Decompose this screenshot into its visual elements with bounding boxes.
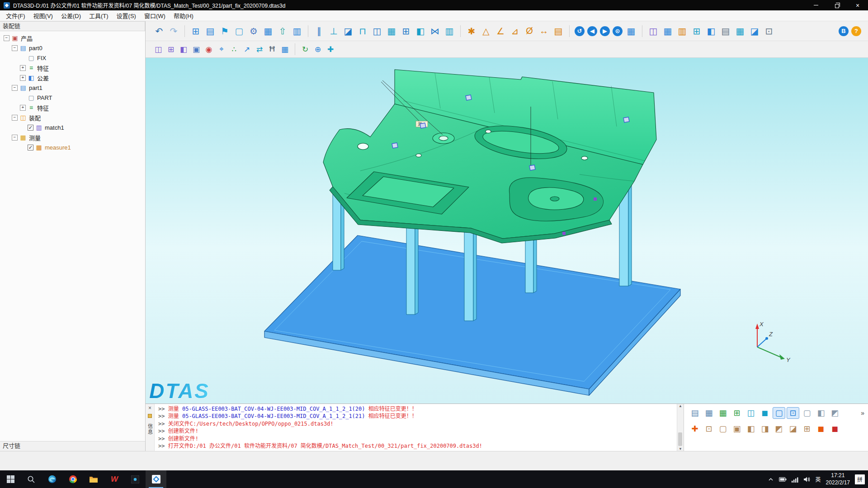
assembly-tree[interactable]: −▣产品−▤part0−▢FIX+≡特征+◧公差−▤part1−▢PART+≡特…	[0, 33, 145, 440]
tree-expander-icon[interactable]: −	[12, 115, 18, 121]
display-mode-icon[interactable]: ▤	[689, 407, 701, 419]
profile-icon[interactable]: ◪	[341, 24, 355, 38]
pan-view-icon[interactable]: ✚	[689, 423, 701, 435]
shaded-cube-icon[interactable]: ◼	[759, 407, 771, 419]
search-button[interactable]	[21, 470, 42, 488]
measure-report-icon[interactable]: ▤	[552, 24, 565, 38]
point-set-icon[interactable]: ∴	[228, 43, 240, 55]
tree-expander-icon[interactable]: −	[12, 85, 18, 91]
axon-view-icon[interactable]: ⊞	[801, 423, 813, 435]
compare-window-icon[interactable]: ◧	[178, 43, 189, 55]
left-view-icon[interactable]: ◧	[745, 423, 757, 435]
report-doc-icon[interactable]: ▤	[719, 24, 732, 38]
tree-item-part0[interactable]: −▤part0	[0, 43, 145, 53]
console-info-tab[interactable]: 信息	[146, 423, 154, 435]
tree-item-measure1[interactable]: −✓▦measure1	[0, 142, 145, 152]
render-mode-icon[interactable]: ▦	[703, 407, 715, 419]
grid-mixed-icon[interactable]: ◫	[745, 407, 757, 419]
taskbar-explorer-app[interactable]	[83, 470, 104, 488]
window-pair-icon[interactable]: ◫	[370, 24, 384, 38]
run-analysis-icon[interactable]: ⊙	[613, 26, 623, 36]
grid-align-icon[interactable]: ▦	[385, 24, 398, 38]
tree-expander-icon[interactable]: −	[12, 45, 18, 51]
tree-item-PART[interactable]: −▢PART	[0, 93, 145, 103]
taskbar-dtas-app[interactable]	[146, 470, 166, 488]
tree-item-产品[interactable]: −▣产品	[0, 33, 145, 43]
language-indicator[interactable]: 英	[816, 475, 821, 483]
snapshot-icon[interactable]: ⊡	[762, 24, 776, 38]
menu-item-设置[interactable]: 设置(S)	[113, 10, 140, 21]
triangle-measure-icon[interactable]: ⊿	[508, 24, 522, 38]
vector-icon[interactable]: ↗	[241, 43, 253, 55]
bottom-view-icon[interactable]: ◪	[787, 423, 799, 435]
volume-icon[interactable]	[803, 476, 811, 483]
scroll-up-icon[interactable]: ▲	[679, 404, 682, 408]
target-point-icon[interactable]: ⌖	[216, 43, 227, 55]
dimension-chain-tab[interactable]: 尺寸链	[0, 441, 145, 451]
table-icon[interactable]: ⊞	[399, 24, 413, 38]
menu-item-公差[interactable]: 公差(D)	[57, 10, 85, 21]
diameter-icon[interactable]: Ø	[523, 24, 536, 38]
tree-expander-icon[interactable]: −	[4, 35, 9, 41]
tree-item-测量[interactable]: −▦测量	[0, 132, 145, 142]
tree-checkbox[interactable]: ✓	[28, 145, 33, 150]
taskbar-wps-app[interactable]: W	[104, 470, 125, 488]
more-options-icon[interactable]: »	[861, 409, 864, 417]
tree-item-part1[interactable]: −▤part1	[0, 83, 145, 93]
tree-checkbox[interactable]: ✓	[28, 125, 33, 131]
redo-icon[interactable]: ↷	[167, 24, 180, 38]
tree-expander-icon[interactable]: +	[20, 105, 26, 111]
results-grid-icon[interactable]: ▦	[661, 24, 675, 38]
console-pin-icon[interactable]	[148, 414, 152, 418]
match-window-icon[interactable]: ⊞	[165, 43, 177, 55]
match-pair-icon[interactable]: ⋈	[428, 24, 442, 38]
grid-outline-icon[interactable]: ⊞	[731, 407, 743, 419]
perpendicular-constraint-icon[interactable]: ⊥	[327, 24, 340, 38]
tree-item-特征[interactable]: +≡特征	[0, 63, 145, 73]
iso-view-icon[interactable]: ⊡	[703, 423, 715, 435]
scroll-track[interactable]	[677, 408, 684, 447]
cube-orange-icon[interactable]: ◼	[815, 423, 827, 435]
tray-expand-icon[interactable]	[768, 476, 774, 483]
minimize-button[interactable]	[806, 0, 826, 10]
tree-item-FIX[interactable]: −▢FIX	[0, 53, 145, 63]
front-view-icon[interactable]: ▢	[717, 423, 729, 435]
step-forward-icon[interactable]: ▶	[600, 26, 610, 36]
grid-solid-icon[interactable]: ▦	[717, 407, 729, 419]
section-icon[interactable]: ◧	[414, 24, 427, 38]
add-target-icon[interactable]: ⊕	[312, 43, 324, 55]
console-close-icon[interactable]: ×	[148, 405, 151, 411]
viewport-canvas[interactable]: 测1 X Y Z DTAS	[146, 58, 868, 404]
menu-item-视图[interactable]: 视图(V)	[29, 10, 57, 21]
menu-item-帮助[interactable]: 帮助(H)	[170, 10, 198, 21]
reset-analysis-icon[interactable]: ↺	[575, 26, 585, 36]
window-layout-icon[interactable]: ◫	[646, 24, 660, 38]
scroll-down-icon[interactable]: ▼	[679, 447, 682, 451]
refresh-icon[interactable]: ↻	[299, 43, 311, 55]
tree-expander-icon[interactable]: −	[12, 135, 18, 141]
taskbar-chrome-app[interactable]	[62, 470, 83, 488]
monitor-icon[interactable]: ▦	[261, 24, 275, 38]
export-icon[interactable]: ⇧	[276, 24, 289, 38]
perspective-cube-icon[interactable]: ◩	[829, 407, 841, 419]
help-icon[interactable]: ?	[851, 26, 861, 36]
add-feature-icon[interactable]: ✚	[325, 43, 336, 55]
tree-item-公差[interactable]: +◧公差	[0, 73, 145, 83]
doc-settings-icon[interactable]: ⚙	[247, 24, 260, 38]
datum-icon[interactable]: △	[479, 24, 493, 38]
locator-pin-icon[interactable]: ◉	[203, 43, 215, 55]
slot-icon[interactable]: ⊓	[356, 24, 369, 38]
clock[interactable]: 17:21 2022/2/17	[826, 472, 850, 486]
angle-measure-icon[interactable]: ∠	[494, 24, 507, 38]
parallel-constraint-icon[interactable]: ∥	[312, 24, 326, 38]
tree-expander-icon[interactable]: +	[20, 65, 26, 71]
restore-button[interactable]	[826, 0, 847, 10]
template-icon[interactable]: ▥	[290, 24, 304, 38]
analysis-monitor-icon[interactable]: ▦	[624, 24, 638, 38]
console-scrollbar[interactable]: ▲ ▼	[677, 404, 684, 451]
display-monitor-icon[interactable]: ▦	[279, 43, 291, 55]
menu-item-窗口[interactable]: 窗口(W)	[140, 10, 170, 21]
import-model-icon[interactable]: ⊞	[189, 24, 203, 38]
histogram-icon[interactable]: ▥	[675, 24, 689, 38]
taskbar-edge-app[interactable]	[42, 470, 62, 488]
